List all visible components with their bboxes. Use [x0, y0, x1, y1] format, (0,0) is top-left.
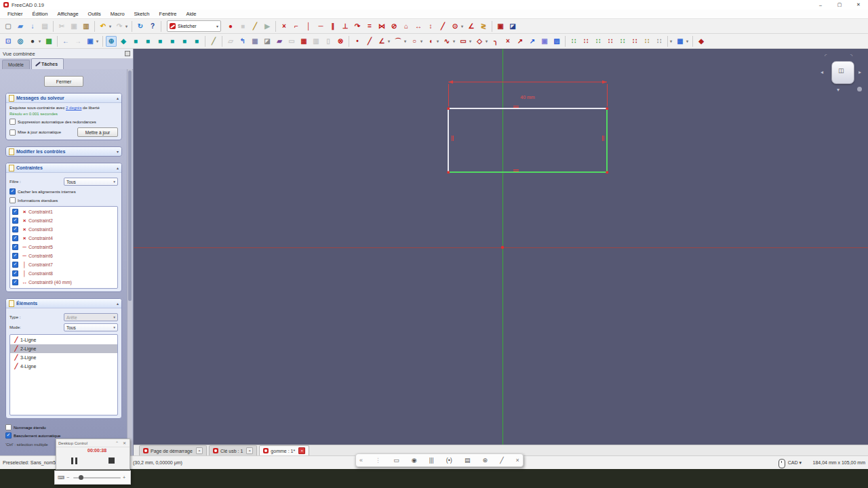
- sketch-vertices[interactable]: [448, 108, 609, 174]
- element-mode-select[interactable]: Tous▾: [64, 323, 118, 331]
- toggle-grid-icon[interactable]: ▦: [675, 36, 686, 47]
- fit-all-icon[interactable]: ⊡: [3, 36, 14, 47]
- bspline-tools-dropdown-icon[interactable]: ▾: [669, 36, 673, 47]
- auto-remove-redundants-checkbox[interactable]: [9, 119, 16, 125]
- bspline-curvature-comb-icon[interactable]: ∷: [593, 36, 604, 47]
- create-conic-icon[interactable]: ◖: [425, 36, 436, 47]
- bspline-dropdown-icon[interactable]: ▾: [452, 36, 456, 47]
- rectangle-dropdown-icon[interactable]: ▾: [468, 36, 473, 47]
- constraint-point-on-object-icon[interactable]: ⌐: [291, 21, 302, 32]
- rotate-arc-right-icon[interactable]: ◝: [850, 53, 852, 59]
- link-view-dropdown-icon[interactable]: ▾: [95, 36, 100, 47]
- validate-sketch-icon[interactable]: ▦: [298, 36, 309, 47]
- recorder-minimize-icon[interactable]: ⌃: [114, 441, 120, 445]
- close-task-button[interactable]: Fermer: [44, 76, 83, 87]
- create-bspline-icon[interactable]: ∿: [441, 36, 452, 47]
- document-tab-start-page[interactable]: Page de démarrage ×: [139, 445, 207, 455]
- constraint-item-5[interactable]: ─ Constraint5: [10, 243, 117, 251]
- edit-controls-header[interactable]: Modifier les contrôles ▾: [6, 147, 121, 156]
- undo-icon[interactable]: ↶: [98, 21, 108, 32]
- cut-icon[interactable]: ✂: [56, 21, 67, 32]
- toggle-active-constraint-icon[interactable]: ◪: [507, 21, 518, 32]
- constraint-item-1[interactable]: × Constraint1: [10, 207, 117, 216]
- create-rectangle-icon[interactable]: ▭: [458, 36, 469, 47]
- create-arc-icon[interactable]: ⌒: [393, 36, 403, 47]
- bspline-increase-degree-icon[interactable]: ∷: [642, 36, 652, 47]
- constraint-visible-checkbox[interactable]: [12, 244, 18, 250]
- document-tab-gomme[interactable]: gomme : 1* ×: [259, 445, 309, 455]
- volume-plus-icon[interactable]: +: [123, 475, 125, 480]
- menu-outils[interactable]: Outils: [83, 9, 106, 18]
- view-left-icon[interactable]: ■: [191, 36, 202, 47]
- nav-style-selector[interactable]: CAD ▾: [788, 456, 802, 470]
- leave-sketch-icon[interactable]: ↰: [237, 36, 248, 47]
- construction-mode-icon[interactable]: ▨: [551, 36, 562, 47]
- create-line-icon[interactable]: ╱: [364, 36, 375, 47]
- extend-edge-icon[interactable]: ↗: [515, 36, 526, 47]
- display-capture-icon[interactable]: ▭: [393, 458, 399, 464]
- tab-modele[interactable]: Modèle: [2, 60, 30, 69]
- constraint-perpendicular-icon[interactable]: ⊥: [340, 21, 351, 32]
- rotate-arc-left-icon[interactable]: ◜: [825, 53, 827, 59]
- fit-selection-icon[interactable]: ◎: [15, 36, 26, 47]
- view-front-icon[interactable]: ■: [130, 36, 141, 47]
- constraint-item-4[interactable]: × Constraint4: [10, 234, 117, 243]
- view-rear-icon[interactable]: ■: [167, 36, 178, 47]
- print-icon[interactable]: ▤: [39, 21, 50, 32]
- auto-switch-row[interactable]: Basculement automatique: [5, 432, 122, 439]
- view-axonometric-icon[interactable]: ◈: [118, 36, 129, 47]
- auto-update-checkbox[interactable]: [9, 129, 16, 136]
- create-point-icon[interactable]: •: [352, 36, 363, 47]
- constraint-item-8[interactable]: │ Constraint8: [10, 269, 117, 278]
- close-button[interactable]: ✕: [849, 0, 868, 9]
- view-top-icon[interactable]: ■: [142, 36, 153, 47]
- texture-view-icon[interactable]: ▩: [43, 36, 54, 47]
- create-fillet-icon[interactable]: ╮: [490, 36, 501, 47]
- measure-icon[interactable]: ╱: [208, 36, 219, 47]
- new-file-icon[interactable]: ▢: [3, 21, 14, 32]
- auto-switch-checkbox[interactable]: [5, 432, 12, 439]
- constraint-item-7[interactable]: │ Constraint7: [10, 260, 117, 269]
- macro-stop-icon[interactable]: ■: [237, 21, 248, 32]
- rotate-down-icon[interactable]: ▾: [837, 87, 840, 93]
- create-polyline-icon[interactable]: ∠: [376, 36, 387, 47]
- constraint-coincident-icon[interactable]: ×: [279, 21, 290, 32]
- copy-icon[interactable]: ▣: [68, 21, 79, 32]
- extended-naming-row[interactable]: Nommage étendu: [5, 424, 122, 430]
- constraint-symmetric-icon[interactable]: ⋈: [376, 21, 387, 32]
- pause-recording-icon[interactable]: [71, 458, 77, 464]
- paste-icon[interactable]: ▥: [81, 21, 92, 32]
- extended-naming-checkbox[interactable]: [5, 424, 12, 430]
- save-icon[interactable]: ↓: [27, 21, 38, 32]
- constraint-block-icon[interactable]: ⊘: [389, 21, 399, 32]
- constraint-radius-icon[interactable]: ⊙: [450, 21, 460, 32]
- collapse-chevron-icon[interactable]: ▴: [117, 96, 119, 100]
- annotate-pencil-icon[interactable]: ╱: [500, 458, 503, 464]
- element-item-1[interactable]: ╱ 1-Ligne: [10, 336, 117, 344]
- constraint-tangent-icon[interactable]: ↷: [352, 21, 363, 32]
- collapse-icon[interactable]: «: [359, 458, 363, 464]
- hide-internal-checkbox[interactable]: [9, 188, 16, 195]
- conic-dropdown-icon[interactable]: ▾: [435, 36, 440, 47]
- collapse-chevron-icon[interactable]: ▴: [117, 301, 119, 306]
- macro-play-icon[interactable]: ▶: [262, 21, 273, 32]
- recorder-close-icon[interactable]: ✕: [121, 441, 127, 445]
- reorient-sketch-icon[interactable]: ▭: [286, 36, 297, 47]
- create-circle-icon[interactable]: ○: [409, 36, 420, 47]
- auto-remove-redundants-row[interactable]: Suppression automatique des redondances: [9, 119, 118, 125]
- constraint-snell-icon[interactable]: ≷: [478, 21, 489, 32]
- workbench-selector[interactable]: Sketcher ▾: [167, 20, 221, 32]
- constraint-distance-y-icon[interactable]: ↕: [425, 21, 436, 32]
- constraint-visible-checkbox[interactable]: [12, 235, 18, 241]
- elements-header[interactable]: Éléments ▴: [6, 299, 121, 308]
- constraint-visible-checkbox[interactable]: [12, 279, 18, 285]
- auto-update-row[interactable]: Mise à jour automatique Mettre à jour: [9, 127, 118, 137]
- menu-sketch[interactable]: Sketch: [130, 9, 155, 18]
- settings-gear-icon[interactable]: ⊛: [483, 458, 488, 464]
- scrollbar-thumb[interactable]: [128, 70, 132, 301]
- recordings-folder-icon[interactable]: ▤: [465, 458, 471, 464]
- stop-operation-icon[interactable]: ⊗: [335, 36, 346, 47]
- nav-back-icon[interactable]: ←: [60, 36, 71, 47]
- constraints-header[interactable]: Contraintes ▴: [6, 163, 121, 173]
- whats-this-icon[interactable]: ?: [147, 21, 158, 32]
